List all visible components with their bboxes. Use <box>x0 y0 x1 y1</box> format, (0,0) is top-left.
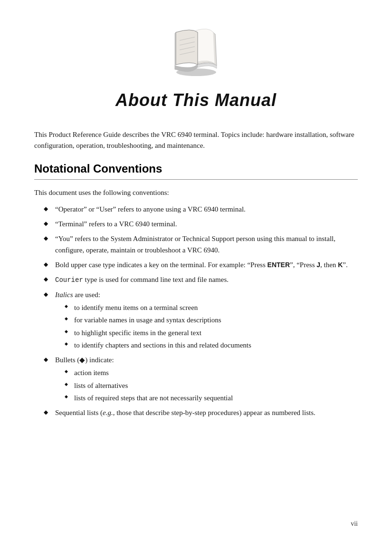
highlight-text: to highlight specific items in the gener… <box>74 329 201 337</box>
operator-text: “Operator” or “User” refers to anyone us… <box>55 205 246 213</box>
list-item-bold: Bold upper case type indicates a key on … <box>44 260 358 270</box>
list-item-sequential: Sequential lists (e.g., those that descr… <box>44 407 358 418</box>
book-icon <box>165 24 227 81</box>
j-key: J <box>316 261 320 269</box>
intro-paragraph: This Product Reference Guide describes t… <box>34 129 358 152</box>
list-item-action: action items <box>65 367 358 378</box>
required-text: lists of required steps that are not nec… <box>74 394 233 402</box>
list-item-alternatives: lists of alternatives <box>65 380 358 391</box>
list-item-courier: Courier type is used for command line te… <box>44 274 358 286</box>
chapters-text: to identify chapters and sections in thi… <box>74 341 251 349</box>
list-item-menu: to identify menu items on a terminal scr… <box>65 302 358 313</box>
page-title: About This Manual <box>34 90 358 110</box>
book-icon-container <box>34 14 358 86</box>
list-item-operator: “Operator” or “User” refers to anyone us… <box>44 204 358 215</box>
eg-italic: e.g. <box>103 409 113 416</box>
list-item-required: lists of required steps that are not nec… <box>65 393 358 404</box>
italics-label: Italics <box>55 291 73 299</box>
conventions-intro: This document uses the following convent… <box>34 187 358 198</box>
bullets-text: Bullets (◆) indicate: <box>55 356 114 364</box>
list-item-variable: for variable names in usage and syntax d… <box>65 315 358 326</box>
list-item-highlight: to highlight specific items in the gener… <box>65 328 358 338</box>
list-item-you: “You” refers to the System Administrator… <box>44 233 358 256</box>
page-number: vii <box>351 520 358 528</box>
alternatives-text: lists of alternatives <box>74 382 128 389</box>
action-text: action items <box>74 369 109 377</box>
k-key: K <box>338 261 343 269</box>
list-item-bullets: Bullets (◆) indicate: action items lists… <box>44 355 358 404</box>
you-text: “You” refers to the System Administrator… <box>55 235 335 253</box>
sequential-text: Sequential lists (e.g., those that descr… <box>55 409 316 416</box>
section-divider <box>34 179 358 180</box>
list-item-chapters: to identify chapters and sections in thi… <box>65 340 358 351</box>
courier-code: Courier <box>55 276 83 284</box>
courier-text: type is used for command line text and f… <box>83 276 229 283</box>
bold-text-before: Bold upper case type indicates a key on … <box>55 261 348 269</box>
enter-key: ENTER <box>268 261 290 269</box>
page-container: About This Manual This Product Reference… <box>0 0 392 541</box>
terminal-text: “Terminal” refers to a VRC 6940 terminal… <box>55 220 177 228</box>
variable-text: for variable names in usage and syntax d… <box>74 316 221 324</box>
bullet-list: “Operator” or “User” refers to anyone us… <box>44 204 358 418</box>
section-heading: Notational Conventions <box>34 162 358 177</box>
list-item-terminal: “Terminal” refers to a VRC 6940 terminal… <box>44 219 358 230</box>
list-item-italics: Italics are used: to identify menu items… <box>44 290 358 351</box>
italics-sub-list: to identify menu items on a terminal scr… <box>65 302 358 351</box>
menu-text: to identify menu items on a terminal scr… <box>74 304 198 311</box>
bullets-sub-list: action items lists of alternatives lists… <box>65 367 358 404</box>
italics-text: are used: <box>73 291 100 299</box>
